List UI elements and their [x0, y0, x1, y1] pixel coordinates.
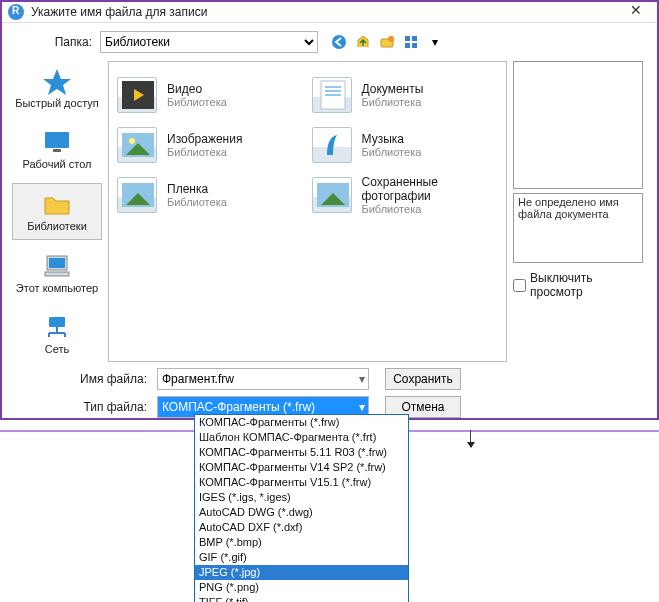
new-folder-icon[interactable] [376, 32, 398, 52]
library-name: Изображения [167, 132, 242, 146]
svg-point-2 [388, 36, 394, 42]
sidebar-item-quick[interactable]: Быстрый доступ [12, 61, 102, 116]
library-item[interactable]: МузыкаБиблиотека [312, 122, 499, 168]
folder-icon [41, 190, 73, 218]
titlebar: Укажите имя файла для записи ✕ [2, 2, 657, 23]
svg-rect-12 [45, 272, 69, 276]
folder-select[interactable]: Библиотеки [100, 31, 318, 53]
library-item[interactable]: ИзображенияБиблиотека [117, 122, 304, 168]
library-item[interactable]: Сохраненные фотографииБиблиотека [312, 172, 499, 218]
svg-rect-8 [45, 132, 69, 148]
views-dropdown-icon[interactable]: ▾ [424, 32, 446, 52]
filetype-option[interactable]: PNG (*.png) [195, 580, 408, 595]
sidebar-label: Быстрый доступ [15, 97, 99, 110]
library-thumb-icon [117, 177, 157, 213]
save-button[interactable]: Сохранить [385, 368, 461, 390]
disable-preview-input[interactable] [513, 279, 526, 292]
filetype-option[interactable]: КОМПАС-Фрагменты V15.1 (*.frw) [195, 475, 408, 490]
filetype-dropdown[interactable]: КОМПАС-Фрагменты (*.frw)Шаблон КОМПАС-Фр… [194, 414, 409, 602]
sidebar-label: Библиотеки [27, 220, 87, 233]
back-icon[interactable] [328, 32, 350, 52]
library-sub: Библиотека [167, 146, 242, 158]
sidebar-label: Рабочий стол [22, 158, 91, 171]
filetype-option[interactable]: JPEG (*.jpg) [195, 565, 408, 580]
preview-status: Не определено имя файла документа [513, 193, 643, 263]
filetype-option[interactable]: КОМПАС-Фрагменты V14 SP2 (*.frw) [195, 460, 408, 475]
library-item[interactable]: ВидеоБиблиотека [117, 72, 304, 118]
svg-point-21 [129, 138, 135, 144]
window-title: Укажите имя файла для записи [31, 5, 621, 19]
filename-label: Имя файла: [2, 372, 157, 386]
folder-label: Папка: [2, 35, 100, 49]
star-icon [41, 67, 73, 95]
sidebar-label: Этот компьютер [16, 282, 98, 295]
filename-input[interactable] [157, 368, 369, 390]
filetype-option[interactable]: BMP (*.bmp) [195, 535, 408, 550]
library-thumb-icon [117, 127, 157, 163]
library-name: Видео [167, 82, 227, 96]
library-sub: Библиотека [167, 96, 227, 108]
network-icon [41, 313, 73, 341]
save-dialog: Укажите имя файла для записи ✕ Папка: Би… [0, 0, 659, 420]
svg-rect-11 [49, 258, 65, 268]
close-button[interactable]: ✕ [621, 2, 651, 22]
preview-column: Не определено имя файла документа Выключ… [513, 61, 643, 362]
preview-box [513, 61, 643, 189]
svg-marker-7 [43, 69, 71, 95]
library-item[interactable]: ПленкаБиблиотека [117, 172, 304, 218]
desktop-icon [41, 128, 73, 156]
library-name: Сохраненные фотографии [362, 175, 499, 203]
library-thumb-icon [312, 177, 352, 213]
svg-rect-3 [405, 36, 410, 41]
library-name: Документы [362, 82, 424, 96]
library-thumb-icon [312, 77, 352, 113]
svg-rect-13 [49, 317, 65, 327]
filetype-option[interactable]: TIFF (*.tif) [195, 595, 408, 602]
file-pane: ВидеоБиблиотекаДокументыБиблиотекаИзобра… [108, 61, 507, 362]
library-item[interactable]: ДокументыБиблиотека [312, 72, 499, 118]
background-tick [470, 430, 478, 444]
library-thumb-icon [312, 127, 352, 163]
filetype-label: Тип файла: [2, 400, 157, 414]
filetype-option[interactable]: AutoCAD DXF (*.dxf) [195, 520, 408, 535]
sidebar-item-network[interactable]: Сеть [12, 307, 102, 362]
views-icon[interactable] [400, 32, 422, 52]
filetype-option[interactable]: Шаблон КОМПАС-Фрагмента (*.frt) [195, 430, 408, 445]
computer-icon [41, 252, 73, 280]
svg-rect-9 [53, 149, 61, 152]
library-sub: Библиотека [167, 196, 227, 208]
folder-row: Папка: Библиотеки ▾ [2, 23, 657, 57]
library-sub: Библиотека [362, 146, 422, 158]
filetype-option[interactable]: AutoCAD DWG (*.dwg) [195, 505, 408, 520]
sidebar-item-computer[interactable]: Этот компьютер [12, 246, 102, 301]
up-icon[interactable] [352, 32, 374, 52]
svg-point-0 [332, 35, 346, 49]
library-sub: Библиотека [362, 96, 424, 108]
disable-preview-checkbox[interactable]: Выключить просмотр [513, 271, 643, 299]
filetype-option[interactable]: КОМПАС-Фрагменты 5.11 R03 (*.frw) [195, 445, 408, 460]
svg-rect-4 [412, 36, 417, 41]
app-icon [8, 4, 24, 20]
filetype-option[interactable]: КОМПАС-Фрагменты (*.frw) [195, 415, 408, 430]
sidebar-label: Сеть [45, 343, 69, 356]
library-name: Музыка [362, 132, 422, 146]
library-sub: Библиотека [362, 203, 499, 215]
places-sidebar: Быстрый доступ Рабочий стол Библиотеки Э… [12, 61, 102, 362]
library-thumb-icon [117, 77, 157, 113]
nav-icons: ▾ [328, 32, 446, 52]
filetype-option[interactable]: IGES (*.igs, *.iges) [195, 490, 408, 505]
filetype-option[interactable]: GIF (*.gif) [195, 550, 408, 565]
svg-rect-5 [405, 43, 410, 48]
disable-preview-label: Выключить просмотр [530, 271, 643, 299]
library-name: Пленка [167, 182, 227, 196]
svg-rect-6 [412, 43, 417, 48]
sidebar-item-libraries[interactable]: Библиотеки [12, 183, 102, 240]
sidebar-item-desktop[interactable]: Рабочий стол [12, 122, 102, 177]
